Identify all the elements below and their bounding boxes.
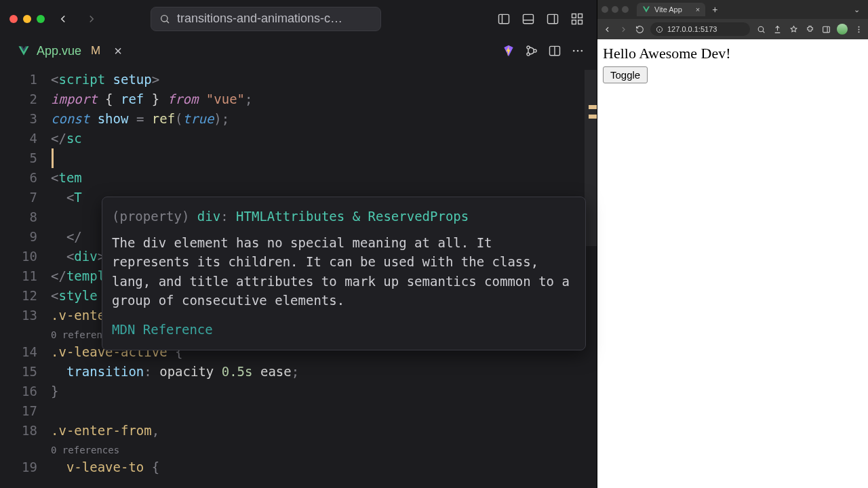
svg-rect-1 <box>499 14 509 23</box>
command-search-field[interactable]: transitions-and-animations-c… <box>151 7 381 31</box>
close-window-button[interactable] <box>9 15 18 23</box>
browser-toolbar: 127.0.0.1:5173 <box>597 19 868 39</box>
svg-rect-6 <box>572 20 576 24</box>
title-bar: transitions-and-animations-c… <box>0 0 597 37</box>
editor-tab-bar: App.vue M × <box>0 37 597 64</box>
svg-point-12 <box>573 50 575 52</box>
code-editor-window: transitions-and-animations-c… App.vue M … <box>0 0 597 488</box>
svg-rect-17 <box>823 26 829 33</box>
editor-scrollbar[interactable] <box>585 64 597 488</box>
toggle-bottom-panel-icon[interactable] <box>518 9 538 29</box>
split-editor-icon[interactable] <box>548 44 561 58</box>
tooltip-description: The div element has no special meaning a… <box>112 233 576 310</box>
hover-tooltip: (property) div: HTMLAttributes & Reserve… <box>102 197 586 350</box>
toggle-right-panel-icon[interactable] <box>542 9 563 29</box>
browser-preview-window: Vite App × + ⌄ 127.0.0.1:5173 Hello Awes… <box>597 0 868 488</box>
browser-menu-icon[interactable] <box>853 24 864 35</box>
new-tab-button[interactable]: + <box>707 4 723 15</box>
sidepanel-icon[interactable] <box>821 24 831 35</box>
browser-forward-button[interactable] <box>618 24 629 35</box>
traffic-lights <box>9 15 45 23</box>
svg-point-16 <box>758 26 764 32</box>
tooltip-mdn-link[interactable]: MDN Reference <box>112 320 576 340</box>
scrollbar-thumb[interactable] <box>585 70 597 246</box>
more-actions-icon[interactable] <box>571 44 585 58</box>
svg-point-9 <box>527 53 530 56</box>
code-area[interactable]: 12345678910111213141516171819 <script se… <box>0 64 597 488</box>
toggle-button[interactable]: Toggle <box>603 66 648 83</box>
tab-filename: App.vue <box>37 44 81 58</box>
svg-point-20 <box>858 31 859 33</box>
browser-minimize-button[interactable] <box>612 6 618 13</box>
svg-point-18 <box>858 26 859 27</box>
browser-title-bar: Vite App × + ⌄ <box>597 0 868 19</box>
zoom-window-button[interactable] <box>37 15 45 23</box>
svg-rect-5 <box>578 14 583 18</box>
browser-zoom-button[interactable] <box>622 6 629 13</box>
svg-rect-7 <box>578 20 583 24</box>
extensions-icon[interactable] <box>804 24 815 35</box>
toggle-left-panel-icon[interactable] <box>494 9 514 29</box>
browser-reload-button[interactable] <box>634 24 645 35</box>
share-icon[interactable] <box>772 24 783 35</box>
page-heading: Hello Awesome Dev! <box>603 45 863 62</box>
svg-point-0 <box>161 15 167 21</box>
tab-modified-indicator: M <box>91 44 100 58</box>
profile-avatar[interactable] <box>837 24 848 35</box>
browser-url: 127.0.0.1:5173 <box>667 25 717 33</box>
layout-grid-icon[interactable] <box>567 9 587 29</box>
svg-rect-4 <box>572 14 576 18</box>
browser-tab-close-button[interactable]: × <box>696 5 700 14</box>
source-control-icon[interactable] <box>525 44 538 58</box>
svg-point-10 <box>534 49 536 52</box>
vue-file-icon <box>18 45 30 57</box>
svg-rect-2 <box>524 14 534 23</box>
svg-rect-3 <box>548 14 558 23</box>
line-number-gutter: 12345678910111213141516171819 <box>0 70 51 488</box>
nav-back-button[interactable] <box>53 9 73 29</box>
browser-close-button[interactable] <box>601 6 608 13</box>
browser-back-button[interactable] <box>601 24 612 35</box>
scroll-marker <box>589 115 597 119</box>
tab-close-button[interactable]: × <box>114 43 122 59</box>
site-info-icon <box>656 26 663 33</box>
nav-forward-button[interactable] <box>81 9 102 29</box>
scroll-marker <box>589 105 597 109</box>
bookmark-star-icon[interactable] <box>788 24 799 35</box>
vite-extension-icon[interactable] <box>502 44 515 58</box>
browser-traffic-lights <box>601 6 629 13</box>
browser-tab-title: Vite App <box>654 5 682 14</box>
browser-address-bar[interactable]: 127.0.0.1:5173 <box>650 22 750 36</box>
svg-point-8 <box>527 46 530 49</box>
search-placeholder: transitions-and-animations-c… <box>177 12 342 26</box>
svg-point-13 <box>577 50 579 52</box>
codelens-references[interactable]: 0 references <box>51 441 597 458</box>
minimize-window-button[interactable] <box>23 15 31 23</box>
vite-favicon-icon <box>642 5 650 14</box>
browser-page-content: Hello Awesome Dev! Toggle <box>597 39 868 488</box>
svg-point-19 <box>858 28 859 30</box>
browser-tab[interactable]: Vite App × <box>637 3 705 16</box>
zoom-icon[interactable] <box>755 24 766 35</box>
search-icon <box>159 14 170 24</box>
cursor-position-marker <box>52 148 54 168</box>
editor-tab[interactable]: App.vue M × <box>8 37 132 64</box>
svg-point-14 <box>581 50 583 52</box>
window-chevron-icon[interactable]: ⌄ <box>850 5 864 14</box>
